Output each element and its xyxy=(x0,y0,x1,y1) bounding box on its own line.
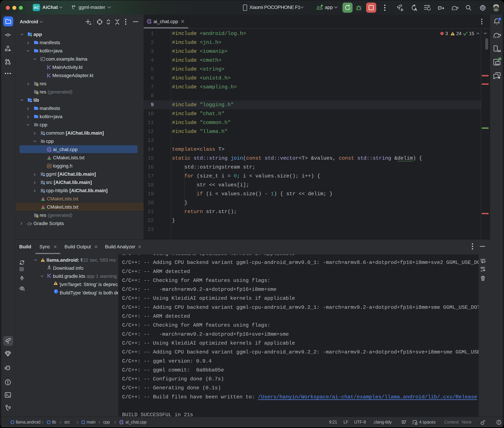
svg-text:C: C xyxy=(48,148,50,151)
svg-text:C: C xyxy=(148,20,150,23)
svg-text:C: C xyxy=(120,420,122,424)
